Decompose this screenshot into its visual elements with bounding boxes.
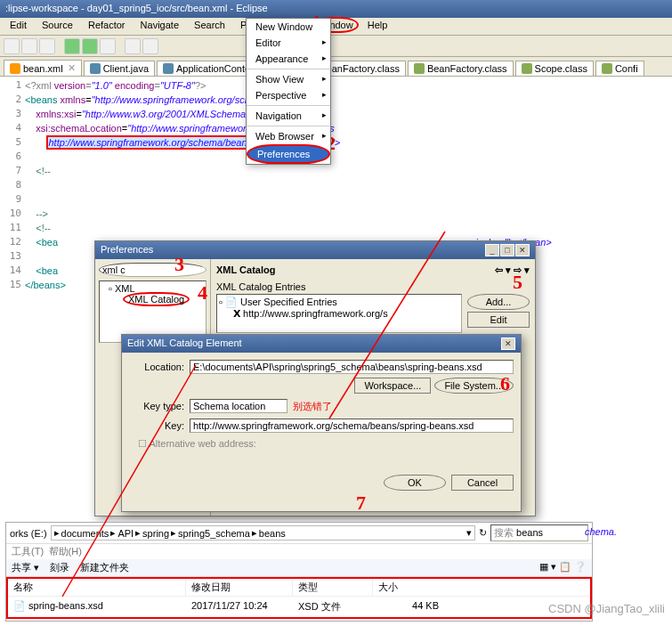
key-field[interactable]: http://www.springframework.org/schema/be…: [190, 419, 514, 433]
col-type[interactable]: 类型: [293, 579, 373, 596]
mi-web-browser[interactable]: Web Browser: [247, 128, 330, 144]
tab-beanfactory[interactable]: BeanFactory.class: [408, 61, 514, 76]
class-icon: [522, 63, 532, 74]
mi-editor[interactable]: Editor: [247, 35, 330, 51]
tab-scope[interactable]: Scope.class: [515, 61, 594, 76]
alt-checkbox[interactable]: ☐: [138, 438, 147, 449]
tb-new-icon[interactable]: [4, 38, 20, 54]
menu-separator: [247, 126, 330, 126]
entries-tree[interactable]: ▫ 📄 User Specified Entries 𝗫 http://www.…: [216, 294, 462, 333]
tb-coverage-icon[interactable]: [100, 38, 116, 54]
refresh-icon[interactable]: ↻: [479, 527, 487, 539]
java-icon: [90, 63, 101, 74]
dialog-titlebar: Edit XML Catalog Element ✕: [122, 335, 521, 353]
menu-separator: [247, 69, 330, 69]
annot-6: 6: [500, 372, 510, 395]
menu-refactor[interactable]: Refactor: [82, 18, 132, 32]
edit-catalog-dialog: Edit XML Catalog Element ✕ Location: E:\…: [121, 334, 522, 512]
mi-new-window[interactable]: New Window: [247, 19, 330, 35]
tab-client-java[interactable]: Client.java: [84, 61, 155, 76]
filter-input[interactable]: xml c: [99, 263, 206, 277]
share-button[interactable]: 共享 ▾: [12, 561, 39, 574]
mi-appearance[interactable]: Appearance: [247, 51, 330, 67]
menu-edit[interactable]: Edit: [4, 18, 33, 32]
minimize-icon[interactable]: _: [485, 244, 499, 256]
key-label: Key:: [129, 420, 184, 431]
tb-bug-icon[interactable]: [125, 38, 141, 54]
watermark: CSDN @JiangTao_xlili: [548, 602, 665, 615]
workspace-button[interactable]: Workspace...: [354, 378, 431, 394]
annot-5: 5: [513, 271, 522, 294]
keytype-label: Key type:: [129, 401, 184, 411]
add-button[interactable]: Add...: [467, 294, 530, 310]
location-label: Location:: [129, 362, 184, 372]
dialog-title: Edit XML Catalog Element: [127, 337, 242, 350]
keytype-note: 别选错了: [293, 400, 332, 413]
tb-play-icon[interactable]: [142, 38, 158, 54]
tb-save-icon[interactable]: [21, 38, 37, 54]
newfolder-button[interactable]: 新建文件夹: [80, 561, 129, 574]
xml-icon: [10, 63, 20, 74]
tree-xml-catalog[interactable]: XML Catalog: [123, 292, 190, 306]
java-icon: [163, 63, 174, 74]
dialog-titlebar: Preferences _□✕: [95, 241, 535, 259]
maximize-icon[interactable]: □: [500, 244, 514, 256]
tab-confi[interactable]: Confi: [595, 61, 644, 76]
class-icon: [414, 63, 425, 74]
tb-run-icon[interactable]: [82, 38, 98, 54]
col-date[interactable]: 修改日期: [186, 579, 293, 596]
window-title: :lipse-workspace - day01_spring5_ioc/src…: [5, 3, 268, 13]
annot-7: 7: [356, 492, 366, 515]
close-icon[interactable]: ✕: [515, 244, 530, 256]
col-name[interactable]: 名称: [8, 579, 186, 596]
annot-4: 4: [198, 281, 207, 305]
menu-navigate[interactable]: Navigate: [134, 18, 185, 32]
keytype-select[interactable]: Schema location: [190, 399, 287, 413]
mi-show-view[interactable]: Show View: [247, 71, 330, 87]
editor-tabbar: bean.xml✕ Client.java ApplicationContex …: [0, 57, 672, 77]
mi-preferences[interactable]: Preferences: [247, 144, 330, 164]
annot-3: 3: [174, 253, 184, 276]
mi-navigation[interactable]: Navigation: [247, 108, 330, 124]
dialog-title: Preferences: [101, 244, 153, 256]
location-field[interactable]: E:\documents\API\spring\spring5_schema\b…: [190, 360, 514, 374]
mi-perspective[interactable]: Perspective: [247, 87, 330, 103]
file-row[interactable]: 📄 spring-beans.xsd 2017/11/27 10:24 XSD …: [8, 597, 590, 617]
drive-label[interactable]: orks (E:): [10, 528, 47, 539]
burn-button[interactable]: 刻录: [50, 561, 69, 574]
menu-search[interactable]: Search: [188, 18, 231, 32]
tb-saveall-icon[interactable]: [39, 38, 55, 54]
cancel-button[interactable]: Cancel: [451, 475, 514, 491]
menu-separator: [247, 105, 330, 106]
entries-label: XML Catalog Entries: [216, 281, 530, 292]
window-titlebar: :lipse-workspace - day01_spring5_ioc/src…: [0, 0, 672, 18]
class-icon: [602, 63, 612, 74]
tab-bean-xml[interactable]: bean.xml✕: [4, 60, 82, 76]
edit-button[interactable]: Edit: [467, 312, 530, 328]
search-input[interactable]: 搜索 beans: [490, 524, 588, 541]
close-icon[interactable]: ✕: [68, 62, 76, 74]
file-browser: orks (E:) ▸ documents ▸ API ▸ spring ▸ s…: [5, 522, 593, 622]
menu-help[interactable]: Help: [361, 18, 394, 32]
window-dropdown: New Window Editor Appearance Show View P…: [246, 18, 331, 165]
toolbar: [0, 36, 672, 57]
breadcrumb[interactable]: ▸ documents ▸ API ▸ spring ▸ spring5_sch…: [51, 525, 475, 541]
close-icon[interactable]: ✕: [501, 337, 515, 350]
menubar: Edit Source Refactor Navigate Search Pro…: [0, 18, 672, 36]
menu-source[interactable]: Source: [36, 18, 79, 32]
line-gutter: 123456789101112131415: [0, 77, 25, 344]
tb-debug-icon[interactable]: [64, 38, 80, 54]
col-size[interactable]: 大小: [373, 579, 444, 596]
back-icon[interactable]: ⇦: [495, 264, 503, 275]
ok-button[interactable]: OK: [384, 475, 446, 491]
panel-title: XML Catalog: [216, 264, 275, 276]
